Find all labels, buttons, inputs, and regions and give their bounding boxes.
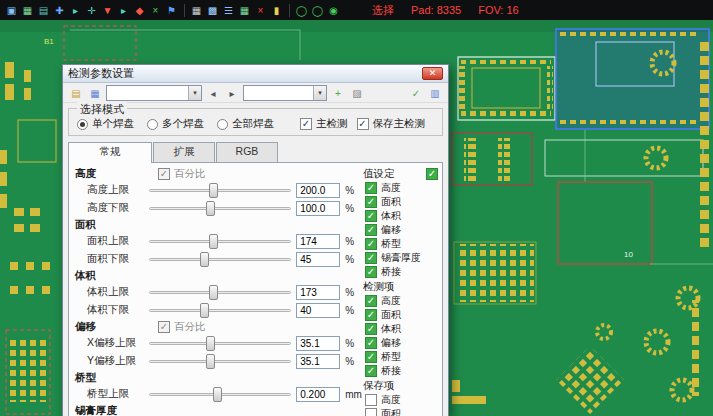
matrix-icon[interactable]: ▩: [205, 3, 220, 18]
height-upper-slider[interactable]: [149, 183, 291, 198]
flag-icon[interactable]: ⚑: [164, 3, 179, 18]
item-checkbox[interactable]: ✓: [365, 196, 377, 208]
height-upper-input[interactable]: [296, 183, 340, 198]
tab-rgb[interactable]: RGB: [216, 142, 278, 162]
stats-icon[interactable]: ▮: [269, 3, 284, 18]
checkbox-item[interactable]: ✓ 高度: [363, 181, 439, 195]
height-lower-slider[interactable]: [149, 201, 291, 216]
tab-general[interactable]: 常规: [68, 142, 152, 163]
item-checkbox[interactable]: ✓: [365, 238, 377, 250]
bridge-upper-input[interactable]: [296, 387, 340, 402]
item-checkbox[interactable]: ✓: [365, 252, 377, 264]
item-checkbox[interactable]: ✓: [365, 295, 377, 307]
save-main-detect-checkbox[interactable]: ✓: [357, 118, 369, 130]
group-select[interactable]: ▾: [243, 85, 327, 101]
slider-thumb[interactable]: [209, 234, 218, 249]
radio-single-pad[interactable]: 单个焊盘: [77, 117, 134, 131]
volume-upper-input[interactable]: [296, 285, 340, 300]
move-icon[interactable]: ✛: [84, 3, 99, 18]
area-upper-input[interactable]: [296, 234, 340, 249]
x-offset-input[interactable]: [296, 336, 340, 351]
percent-option[interactable]: ✓ 百分比: [158, 167, 206, 181]
slider-thumb[interactable]: [209, 183, 218, 198]
grid-icon[interactable]: ▦: [189, 3, 204, 18]
slider-thumb[interactable]: [200, 252, 209, 267]
radio-icon[interactable]: [217, 119, 228, 130]
item-checkbox[interactable]: ✓: [365, 351, 377, 363]
arrow-ne-icon[interactable]: ▸: [68, 3, 83, 18]
item-checkbox[interactable]: ✓: [365, 210, 377, 222]
tools-icon[interactable]: ✚: [52, 3, 67, 18]
run-icon[interactable]: ◯: [310, 3, 325, 18]
volume-upper-slider[interactable]: [149, 285, 291, 300]
layers-icon[interactable]: ▤: [36, 3, 51, 18]
item-checkbox[interactable]: ✓: [365, 323, 377, 335]
area-upper-slider[interactable]: [149, 234, 291, 249]
table-icon[interactable]: ▦: [237, 3, 252, 18]
camera-icon[interactable]: ▣: [4, 3, 19, 18]
radio-all-pads[interactable]: 全部焊盘: [217, 117, 274, 131]
deselect-icon[interactable]: ×: [148, 3, 163, 18]
radio-icon[interactable]: [147, 119, 158, 130]
select-mode-label[interactable]: 选择: [372, 3, 394, 18]
checkbox-item[interactable]: ✓ 桥接: [363, 265, 439, 279]
item-checkbox[interactable]: ✓: [365, 224, 377, 236]
main-detect-option[interactable]: ✓ 主检测: [300, 117, 348, 131]
slider-thumb[interactable]: [209, 285, 218, 300]
dialog-titlebar[interactable]: 检测参数设置 ✕: [63, 65, 448, 83]
export-icon[interactable]: ▥: [427, 85, 443, 100]
next-icon[interactable]: ▸: [224, 85, 240, 100]
checkbox-item[interactable]: ✓ 面积: [363, 195, 439, 209]
template-select[interactable]: ▾: [106, 85, 202, 101]
percent-option[interactable]: ✓ 百分比: [158, 320, 206, 334]
bridge-upper-slider[interactable]: [149, 387, 291, 402]
stop-icon[interactable]: ◉: [326, 3, 341, 18]
height-lower-input[interactable]: [296, 201, 340, 216]
checkbox-item[interactable]: ✓ 桥接: [363, 364, 439, 378]
slider-thumb[interactable]: [206, 201, 215, 216]
add-icon[interactable]: +: [330, 85, 346, 100]
checkbox-item[interactable]: 高度: [363, 393, 439, 407]
slider-thumb[interactable]: [213, 387, 222, 402]
checkbox-item[interactable]: 面积: [363, 407, 439, 416]
item-checkbox[interactable]: ✓: [365, 266, 377, 278]
item-checkbox[interactable]: ✓: [365, 309, 377, 321]
percent-checkbox[interactable]: ✓: [158, 321, 170, 333]
x-offset-slider[interactable]: [149, 336, 291, 351]
chevron-down-icon[interactable]: ▾: [188, 86, 201, 100]
pin-icon[interactable]: ▼: [100, 3, 115, 18]
run-all-icon[interactable]: ◯: [294, 3, 309, 18]
checkbox-item[interactable]: ✓ 锡膏厚度: [363, 251, 439, 265]
checkbox-item[interactable]: ✓ 桥型: [363, 237, 439, 251]
volume-lower-slider[interactable]: [149, 303, 291, 318]
percent-checkbox[interactable]: ✓: [158, 168, 170, 180]
slider-thumb[interactable]: [206, 336, 215, 351]
item-checkbox[interactable]: ✓: [365, 182, 377, 194]
area-lower-input[interactable]: [296, 252, 340, 267]
checkbox-item[interactable]: ✓ 桥型: [363, 350, 439, 364]
area-lower-slider[interactable]: [149, 252, 291, 267]
checkbox-item[interactable]: ✓ 偏移: [363, 223, 439, 237]
tab-extended[interactable]: 扩展: [153, 142, 215, 162]
checkbox-item[interactable]: ✓ 体积: [363, 209, 439, 223]
radio-icon[interactable]: [77, 119, 88, 130]
checkbox-item[interactable]: ✓ 偏移: [363, 336, 439, 350]
item-checkbox[interactable]: ✓: [365, 337, 377, 349]
main-detect-checkbox[interactable]: ✓: [300, 118, 312, 130]
y-offset-input[interactable]: [296, 354, 340, 369]
prev-icon[interactable]: ◂: [205, 85, 221, 100]
settings-icon[interactable]: ▨: [349, 85, 365, 100]
pcb-view-icon[interactable]: ▦: [20, 3, 35, 18]
value-master-checkbox[interactable]: ✓: [426, 168, 438, 180]
checkbox-item[interactable]: ✓ 面积: [363, 308, 439, 322]
item-checkbox[interactable]: [365, 408, 377, 416]
list-icon[interactable]: ☰: [221, 3, 236, 18]
volume-lower-input[interactable]: [296, 303, 340, 318]
y-offset-slider[interactable]: [149, 354, 291, 369]
save-main-detect-option[interactable]: ✓ 保存主检测: [357, 117, 426, 131]
delete-icon[interactable]: ×: [253, 3, 268, 18]
marker-icon[interactable]: ◆: [132, 3, 147, 18]
save-icon[interactable]: ▦: [87, 85, 103, 100]
checkbox-item[interactable]: ✓ 高度: [363, 294, 439, 308]
slider-thumb[interactable]: [206, 354, 215, 369]
